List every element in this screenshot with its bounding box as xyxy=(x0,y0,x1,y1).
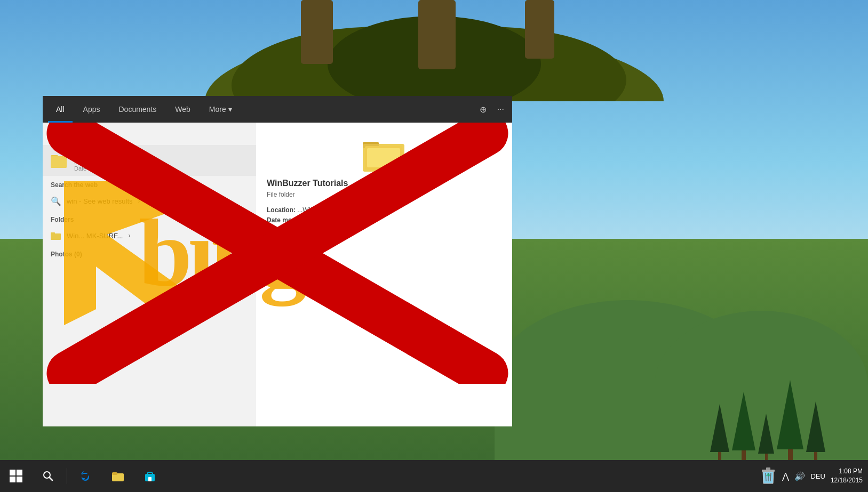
svg-rect-9 xyxy=(51,156,67,168)
tab-more[interactable]: More ▾ xyxy=(201,96,240,123)
folder-chevron-icon: › xyxy=(128,232,130,239)
detail-date-label: Date modified: xyxy=(267,216,311,224)
result-text: WinBuzzer Tutorials File folder Date mod… xyxy=(74,149,248,172)
search-body: Best match WinBuzzer Tutorials File fold… xyxy=(43,123,512,426)
volume-icon[interactable]: 🔊 xyxy=(794,471,805,481)
pine-1 xyxy=(710,404,729,460)
search-left-panel: Best match WinBuzzer Tutorials File fold… xyxy=(43,123,256,426)
folder-option[interactable]: Win... MK-SURF... › xyxy=(43,226,256,245)
file-explorer-icon xyxy=(112,470,124,482)
pine-5 xyxy=(806,401,825,460)
pine-4 xyxy=(777,380,803,460)
taskbar-divider-1 xyxy=(67,468,67,484)
search-web-header: Search the web xyxy=(43,176,256,191)
folder-small-icon xyxy=(51,230,61,241)
detail-title: WinBuzzer Tutorials xyxy=(267,179,501,188)
result-title: WinBuzzer Tutorials xyxy=(74,149,248,158)
search-web-icon: 🔍 xyxy=(51,196,61,206)
copy-full-path-label: Copy full path xyxy=(283,259,325,267)
language-indicator[interactable]: DEU xyxy=(810,472,825,480)
folder-option-text: Win... MK-SURF... xyxy=(67,232,123,240)
svg-rect-26 xyxy=(148,477,152,481)
detail-location-value: ...WIN...SACE-PRO\D xyxy=(297,206,360,214)
tab-documents[interactable]: Documents xyxy=(110,96,164,123)
pine-2 xyxy=(732,392,755,460)
result-type: File folder xyxy=(74,158,248,165)
detail-location-label: Location: xyxy=(267,206,296,214)
search-web-option[interactable]: 🔍 win - See web results › xyxy=(43,191,256,211)
recycle-bin-icon[interactable] xyxy=(760,465,777,487)
main-result-item[interactable]: WinBuzzer Tutorials File folder Date mod… xyxy=(43,145,256,176)
detail-date: Date modified: 3/22/2021, 4:56 PM xyxy=(267,216,501,224)
result-folder-icon xyxy=(51,152,68,169)
store-button[interactable] xyxy=(134,460,166,492)
photos-header: Photos (0) xyxy=(43,245,256,261)
folders-header: Folders xyxy=(43,211,256,226)
svg-rect-16 xyxy=(367,148,400,167)
svg-rect-28 xyxy=(766,467,770,470)
clock-date: 12/18/2015 xyxy=(831,476,863,485)
tab-all[interactable]: All xyxy=(48,96,73,123)
pine-3 xyxy=(758,414,774,460)
tab-apps[interactable]: Apps xyxy=(75,96,108,123)
copy-full-path-action[interactable]: 📋 Copy full path xyxy=(267,255,501,271)
tab-actions: ⊕ ··· xyxy=(477,102,507,117)
taskbar-clock[interactable]: 1:08 PM 12/18/2015 xyxy=(831,467,863,485)
open-file-location-action[interactable]: 📁 Open file location xyxy=(267,235,501,250)
start-button[interactable] xyxy=(0,460,32,492)
search-right-panel: WinBuzzer Tutorials File folder Location… xyxy=(256,123,512,426)
windows-logo-icon xyxy=(10,470,22,482)
taskbar-search-button[interactable] xyxy=(32,460,64,492)
cortana-icon[interactable]: ⊕ xyxy=(477,102,489,117)
tab-web[interactable]: Web xyxy=(167,96,198,123)
search-web-text: win - See web results xyxy=(67,197,133,205)
taskbar: ⋀ 🔊 DEU 1:08 PM 12/18/2015 xyxy=(0,460,868,492)
search-tabs-bar: All Apps Documents Web More ▾ ⊕ ··· xyxy=(43,96,512,123)
copy-icon: 📋 xyxy=(267,258,277,268)
svg-line-22 xyxy=(50,478,53,481)
chevron-right-icon: › xyxy=(138,197,140,205)
detail-type: File folder xyxy=(267,191,501,198)
detail-folder-icon xyxy=(363,139,405,171)
edge-button[interactable] xyxy=(70,460,102,492)
taskbar-right-area: ⋀ 🔊 DEU 1:08 PM 12/18/2015 xyxy=(760,465,868,487)
svg-rect-11 xyxy=(51,232,55,235)
store-icon xyxy=(144,470,156,482)
clock-time: 1:08 PM xyxy=(831,467,863,476)
svg-rect-24 xyxy=(112,472,117,475)
result-date: Date modified: 3/22/2021, 4:56 PM xyxy=(74,165,248,172)
chevron-up-icon[interactable]: ⋀ xyxy=(782,471,789,481)
best-match-label: Best match xyxy=(43,131,256,145)
pine-trees xyxy=(710,380,825,460)
more-options-icon[interactable]: ··· xyxy=(495,102,507,117)
detail-location: Location: ...WIN...SACE-PRO\D xyxy=(267,206,501,214)
file-explorer-button[interactable] xyxy=(102,460,134,492)
open-folder-icon: 📁 xyxy=(267,237,277,247)
open-file-location-label: Open file location xyxy=(283,238,336,246)
recycle-bin-svg xyxy=(761,466,776,486)
search-icon xyxy=(43,471,53,481)
detail-date-value: 3/22/2021, 4:56 PM xyxy=(313,216,369,224)
edge-icon xyxy=(79,470,92,482)
detail-actions: 📁 Open file location 📋 Copy full path xyxy=(267,235,501,271)
search-panel: All Apps Documents Web More ▾ ⊕ ··· Best… xyxy=(43,96,512,426)
